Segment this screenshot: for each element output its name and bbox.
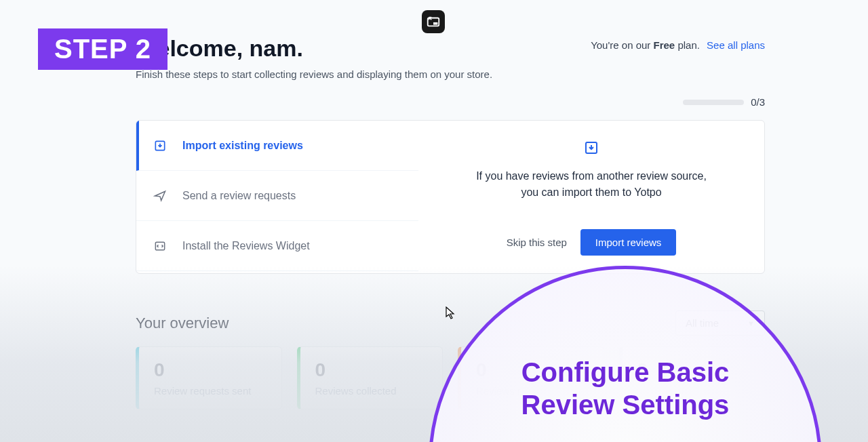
step-label: Import existing reviews xyxy=(182,140,303,152)
onboarding-card: Import existing reviews Send a review re… xyxy=(136,120,765,274)
onboarding-steps-list: Import existing reviews Send a review re… xyxy=(136,121,418,273)
card-value: 0 xyxy=(637,359,750,381)
send-icon xyxy=(153,188,167,203)
import-reviews-button[interactable]: Import reviews xyxy=(580,229,677,256)
step-detail-panel: If you have reviews from another review … xyxy=(418,121,764,273)
overview-cards: 0 Review requests sent 0 Reviews collect… xyxy=(136,346,765,409)
overview-card-reviews-collected: 0 Reviews collected xyxy=(297,346,443,409)
dropdown-label: All time xyxy=(686,317,719,329)
chevron-down-icon: ▼ xyxy=(747,319,755,327)
step-label: Send a review requests xyxy=(182,190,296,202)
progress-bar xyxy=(683,100,744,105)
plan-info: You're on our Free plan. See all plans xyxy=(591,39,765,51)
import-icon xyxy=(583,140,599,156)
import-icon xyxy=(153,138,167,153)
cursor-icon xyxy=(446,306,456,323)
step-detail-text: If you have reviews from another review … xyxy=(469,168,713,201)
skip-step-link[interactable]: Skip this step xyxy=(507,237,567,248)
step-send-requests[interactable]: Send a review requests xyxy=(136,171,418,221)
progress-text: 0/3 xyxy=(751,96,765,108)
step-label: Install the Reviews Widget xyxy=(182,240,310,252)
page-header: Welcome, nam. Finish these steps to star… xyxy=(136,35,765,80)
card-label: Review requests sent xyxy=(154,385,267,397)
card-value: 0 xyxy=(476,359,589,381)
widget-icon xyxy=(153,239,167,254)
svg-rect-1 xyxy=(433,22,437,25)
overview-card-requests-sent: 0 Review requests sent xyxy=(136,346,282,409)
step-badge: STEP 2 xyxy=(38,28,167,70)
card-value: 0 xyxy=(315,359,428,381)
see-plans-link[interactable]: See all plans xyxy=(707,39,765,51)
step-import-reviews[interactable]: Import existing reviews xyxy=(136,121,418,171)
card-label: Reviews r xyxy=(476,385,589,397)
overview-card-reviews-r: 0 Reviews r xyxy=(458,346,604,409)
overview-card-extra: 0 xyxy=(619,346,766,409)
page-subtitle: Finish these steps to start collecting r… xyxy=(136,68,492,80)
card-value: 0 xyxy=(154,359,267,381)
step-install-widget[interactable]: Install the Reviews Widget xyxy=(136,221,418,271)
pip-toggle-icon[interactable] xyxy=(422,10,445,33)
overview-title: Your overview xyxy=(136,315,229,332)
card-label: Reviews collected xyxy=(315,385,428,397)
timeframe-dropdown[interactable]: All time ▼ xyxy=(675,310,765,336)
onboarding-progress: 0/3 xyxy=(136,96,765,108)
page-title: Welcome, nam. xyxy=(136,35,492,62)
